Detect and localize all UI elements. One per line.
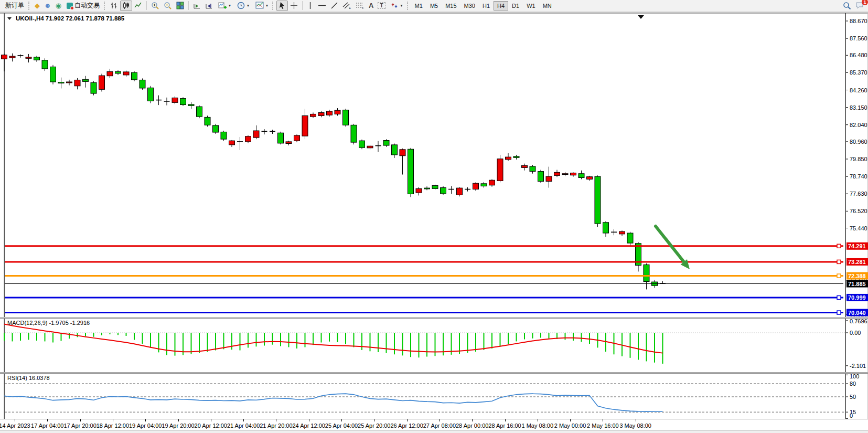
candle-body[interactable] bbox=[457, 188, 463, 195]
rsi-pane[interactable]: 1008050150RSI(14) 16.0378 bbox=[0, 374, 868, 419]
candle-body[interactable] bbox=[180, 99, 186, 105]
candle-body[interactable] bbox=[2, 55, 7, 59]
candle-body[interactable] bbox=[578, 174, 584, 178]
market-watch-button[interactable]: ◆ bbox=[33, 1, 42, 11]
candle-body[interactable] bbox=[595, 176, 601, 224]
candle-body[interactable] bbox=[34, 57, 40, 60]
candle-body[interactable] bbox=[197, 107, 202, 117]
candle-body[interactable] bbox=[67, 82, 72, 83]
candle-body[interactable] bbox=[359, 141, 365, 147]
auto-scroll-button[interactable] bbox=[191, 1, 203, 11]
candle-body[interactable] bbox=[115, 71, 121, 73]
candle-body[interactable] bbox=[205, 117, 210, 125]
cursor-tool-button[interactable] bbox=[276, 1, 288, 11]
candle-body[interactable] bbox=[327, 111, 333, 115]
new-order-button[interactable]: 新订单 bbox=[2, 1, 27, 11]
candle-body[interactable] bbox=[506, 157, 511, 160]
text-label-tool[interactable]: T bbox=[376, 1, 387, 11]
candle-body[interactable] bbox=[50, 67, 56, 82]
candle-body[interactable] bbox=[571, 173, 576, 175]
periods-button[interactable]: ▾ bbox=[234, 1, 252, 11]
level-line-handle[interactable] bbox=[837, 274, 841, 278]
chart-shift-button[interactable] bbox=[203, 1, 215, 11]
candle-body[interactable] bbox=[530, 166, 535, 172]
arrows-tool[interactable]: ▾ bbox=[388, 1, 406, 11]
line-chart-button[interactable] bbox=[132, 1, 144, 11]
fibonacci-tool[interactable]: F bbox=[353, 1, 367, 11]
candle-body[interactable] bbox=[432, 185, 438, 188]
ohlc-bars-button[interactable] bbox=[108, 1, 120, 11]
candle-body[interactable] bbox=[302, 115, 308, 136]
candle-body[interactable] bbox=[318, 112, 324, 115]
candle-body[interactable] bbox=[83, 79, 89, 81]
candle-body[interactable] bbox=[188, 104, 194, 105]
timeframe-button-h1[interactable]: H1 bbox=[479, 1, 494, 10]
candle-body[interactable] bbox=[554, 172, 560, 175]
add-indicator-button[interactable]: ▾ bbox=[215, 1, 234, 11]
candle-body[interactable] bbox=[74, 80, 80, 86]
tile-windows-button[interactable] bbox=[174, 1, 186, 11]
template-button[interactable]: ▾ bbox=[252, 1, 271, 11]
candle-body[interactable] bbox=[123, 72, 129, 75]
candle-body[interactable] bbox=[245, 136, 251, 142]
candle-body[interactable] bbox=[310, 114, 316, 117]
text-tool[interactable]: A bbox=[367, 1, 376, 11]
candle-body[interactable] bbox=[424, 188, 430, 189]
timeframe-button-mn[interactable]: MN bbox=[539, 1, 555, 10]
candle-body[interactable] bbox=[42, 60, 48, 69]
timeframe-button-w1[interactable]: W1 bbox=[523, 1, 539, 10]
signals-button[interactable]: ◉ bbox=[53, 1, 63, 11]
candle-body[interactable] bbox=[148, 88, 154, 101]
vertical-line-tool[interactable] bbox=[305, 1, 316, 11]
candle-body[interactable] bbox=[644, 265, 649, 281]
candle-body[interactable] bbox=[107, 71, 113, 76]
candle-body[interactable] bbox=[538, 172, 544, 182]
chart-title-collapse-icon[interactable] bbox=[7, 17, 12, 20]
candle-body[interactable] bbox=[91, 82, 97, 93]
timeframe-button-h4[interactable]: H4 bbox=[494, 1, 508, 10]
annotation-arrow[interactable] bbox=[656, 226, 684, 262]
candle-body[interactable] bbox=[132, 72, 137, 80]
timeframe-button-d1[interactable]: D1 bbox=[508, 1, 523, 10]
candle-body[interactable] bbox=[335, 110, 340, 114]
candle-body[interactable] bbox=[408, 149, 414, 194]
candle-body[interactable] bbox=[441, 188, 446, 194]
chat-button[interactable]: 1 bbox=[853, 1, 866, 11]
equidistant-channel-tool[interactable]: E bbox=[340, 1, 353, 11]
candle-body[interactable] bbox=[58, 82, 64, 83]
candle-body[interactable] bbox=[26, 57, 31, 58]
candle-body[interactable] bbox=[627, 233, 633, 243]
level-line-handle[interactable] bbox=[837, 244, 841, 248]
candle-body[interactable] bbox=[603, 223, 609, 233]
autotrade-button[interactable]: 自动交易 bbox=[63, 1, 103, 11]
timeframe-button-m1[interactable]: M1 bbox=[411, 1, 426, 10]
candle-body[interactable] bbox=[513, 156, 519, 157]
chart-shift-marker[interactable] bbox=[638, 15, 644, 19]
macd-pane[interactable]: 0.76960.00-2.101MACD(12,26,9) -1.9705 -1… bbox=[0, 319, 868, 372]
candlestick-button[interactable] bbox=[120, 1, 132, 11]
candle-body[interactable] bbox=[140, 80, 145, 88]
candle-body[interactable] bbox=[229, 141, 235, 145]
candle-body[interactable] bbox=[213, 125, 219, 132]
timeframe-button-m30[interactable]: M30 bbox=[460, 1, 479, 10]
candle-body[interactable] bbox=[294, 135, 300, 141]
candle-body[interactable] bbox=[587, 177, 593, 179]
candle-body[interactable] bbox=[367, 146, 373, 148]
candle-body[interactable] bbox=[278, 133, 284, 143]
zoom-in-button[interactable] bbox=[149, 1, 162, 11]
candle-body[interactable] bbox=[383, 141, 389, 146]
candle-body[interactable] bbox=[172, 98, 178, 102]
candle-body[interactable] bbox=[546, 176, 552, 182]
horizontal-line-tool[interactable] bbox=[316, 1, 328, 11]
crosshair-tool-button[interactable] bbox=[288, 1, 300, 11]
candle-body[interactable] bbox=[522, 165, 528, 167]
level-line-handle[interactable] bbox=[837, 295, 841, 299]
candle-body[interactable] bbox=[497, 159, 503, 181]
candle-body[interactable] bbox=[221, 132, 227, 139]
candle-body[interactable] bbox=[489, 180, 495, 185]
candle-body[interactable] bbox=[619, 231, 625, 234]
main-chart-pane[interactable]: 88.67087.56086.48085.37084.26083.15082.0… bbox=[0, 13, 868, 317]
search-button[interactable] bbox=[841, 1, 853, 11]
candle-body[interactable] bbox=[481, 184, 487, 186]
candle-body[interactable] bbox=[392, 145, 398, 155]
